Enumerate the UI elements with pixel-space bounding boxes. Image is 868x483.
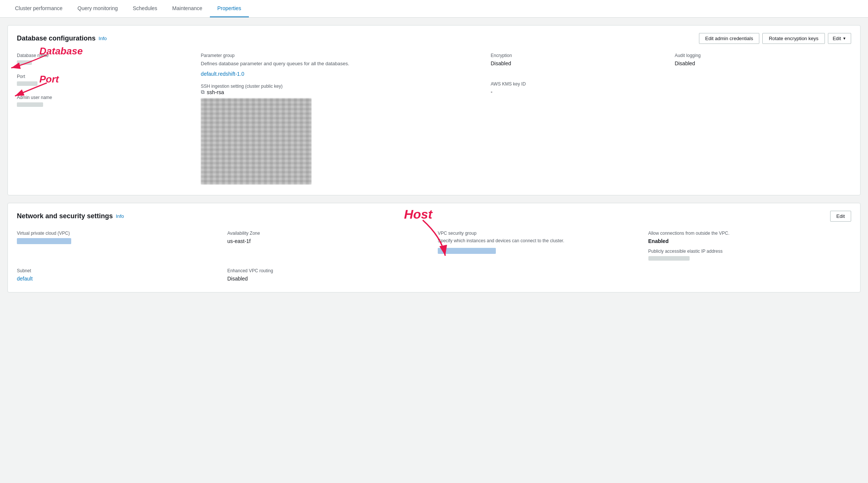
audit-col: Audit logging Disabled — [675, 53, 851, 184]
tab-schedules[interactable]: Schedules — [125, 0, 165, 17]
ssh-key-label-row: ⧉ ssh-rsa — [201, 89, 483, 95]
enhanced-vpc-label: Enhanced VPC routing — [227, 268, 431, 273]
ssh-label: SSH ingestion setting (cluster public ke… — [201, 84, 283, 89]
admin-user-value — [17, 102, 43, 107]
network-fields: Virtual private cloud (VPC) Availability… — [17, 231, 851, 282]
az-field: Availability Zone us-east-1f — [227, 231, 431, 261]
db-basic-fields: Database name Port Admin user name Datab… — [17, 53, 193, 184]
allow-connections-label: Allow connections from outside the VPC. — [648, 231, 852, 236]
vpc-security-value — [438, 248, 496, 254]
subnet-label: Subnet — [17, 268, 220, 273]
network-edit-button[interactable]: Edit — [830, 211, 851, 222]
public-ip-value — [648, 256, 690, 261]
vpc-security-desc: Specify which instances and devices can … — [438, 238, 641, 244]
param-group-label: Parameter group — [201, 53, 483, 58]
admin-user-field: Admin user name — [17, 95, 193, 107]
ssh-section: SSH ingestion setting (cluster public ke… — [201, 83, 483, 184]
db-config-fields: Database name Port Admin user name Datab… — [17, 53, 851, 184]
audit-label: Audit logging — [675, 53, 851, 58]
db-config-info-link[interactable]: Info — [99, 36, 107, 41]
kms-value: - — [491, 89, 667, 95]
enhanced-vpc-field: Enhanced VPC routing Disabled — [227, 268, 431, 282]
edit-label: Edit — [833, 36, 841, 41]
tab-cluster-performance[interactable]: Cluster performance — [7, 0, 70, 17]
az-label: Availability Zone — [227, 231, 431, 236]
encryption-label: Encryption — [491, 53, 667, 58]
vpc-field: Virtual private cloud (VPC) — [17, 231, 220, 261]
network-header: Network and security settings Info Edit — [17, 211, 851, 222]
tabs-bar: Cluster performance Query monitoring Sch… — [0, 0, 868, 18]
allow-connections-field: Allow connections from outside the VPC. … — [648, 231, 852, 261]
copy-icon[interactable]: ⧉ — [201, 89, 205, 95]
vpc-security-label: VPC security group — [438, 231, 641, 236]
port-label: Port — [17, 74, 193, 79]
enabled-value: Enabled — [648, 238, 852, 244]
port-value — [17, 81, 37, 86]
audit-value: Disabled — [675, 60, 851, 66]
ssh-key-display — [201, 98, 311, 184]
edit-admin-credentials-button[interactable]: Edit admin credentials — [699, 33, 760, 44]
db-config-actions: Edit admin credentials Rotate encryption… — [699, 33, 851, 44]
port-field: Port — [17, 74, 193, 86]
network-title: Network and security settings — [17, 212, 113, 220]
rotate-encryption-keys-button[interactable]: Rotate encryption keys — [762, 33, 825, 44]
network-info-link[interactable]: Info — [116, 213, 124, 219]
admin-user-label: Admin user name — [17, 95, 193, 100]
tab-maintenance[interactable]: Maintenance — [165, 0, 210, 17]
vpc-value — [17, 238, 71, 244]
encryption-col: Encryption Disabled AWS KMS key ID - — [491, 53, 667, 184]
network-actions: Edit — [830, 211, 851, 222]
encryption-value: Disabled — [491, 60, 667, 66]
db-config-header: Database configurations Info Edit admin … — [17, 33, 851, 44]
dropdown-chevron-icon: ▼ — [843, 36, 846, 40]
database-name-value — [17, 60, 32, 65]
subnet-value[interactable]: default — [17, 276, 220, 282]
tab-properties[interactable]: Properties — [210, 0, 249, 17]
network-card: Network and security settings Info Edit … — [7, 203, 861, 292]
database-name-field: Database name — [17, 53, 193, 65]
public-ip-label: Publicly accessible elastic IP address — [648, 249, 852, 254]
ssh-key-prefix: ssh-rsa — [207, 89, 224, 95]
enhanced-vpc-value: Disabled — [227, 276, 431, 282]
main-content: Database configurations Info Edit admin … — [0, 18, 868, 300]
subnet-field: Subnet default — [17, 268, 220, 282]
param-group-col: Parameter group Defines database paramet… — [201, 53, 483, 184]
vpc-security-field: VPC security group Specify which instanc… — [438, 231, 641, 261]
edit-dropdown-button[interactable]: Edit ▼ — [828, 33, 851, 44]
db-config-title-group: Database configurations Info — [17, 34, 107, 42]
kms-label: AWS KMS key ID — [491, 81, 667, 87]
tab-query-monitoring[interactable]: Query monitoring — [70, 0, 125, 17]
az-value: us-east-1f — [227, 238, 431, 244]
param-group-desc: Defines database parameter and query que… — [201, 60, 483, 67]
db-config-card: Database configurations Info Edit admin … — [7, 25, 861, 195]
database-name-label: Database name — [17, 53, 193, 58]
network-title-group: Network and security settings Info — [17, 212, 124, 220]
db-config-title: Database configurations — [17, 34, 96, 42]
param-group-value[interactable]: default.redshift-1.0 — [201, 71, 483, 77]
vpc-label: Virtual private cloud (VPC) — [17, 231, 220, 236]
